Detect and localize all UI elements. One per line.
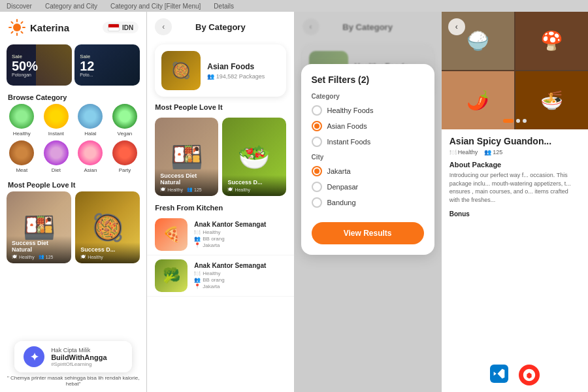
cat-halal-img — [78, 104, 103, 129]
cat-instant-img — [44, 104, 69, 129]
country-badge[interactable]: IDN — [103, 22, 139, 33]
banner-1-sub: Potongan — [12, 73, 38, 77]
fork-icon-2: 🍽️ — [80, 254, 86, 259]
svg-line-6 — [22, 32, 23, 33]
banner-sale-1[interactable]: Sale 50% Potongan — [7, 44, 72, 86]
s2-love-card-1[interactable]: 🍱 Success Diet Natural 🍽️ Healthy 👥 125 — [155, 118, 218, 196]
cat-meat-img — [9, 140, 34, 165]
cat-diet[interactable]: Diet — [41, 140, 72, 173]
view-results-button[interactable]: View Results — [312, 222, 424, 244]
cat-party[interactable]: Party — [110, 140, 140, 173]
people-icon-1: 👥 — [39, 254, 44, 259]
radio-denpasar[interactable] — [312, 182, 322, 192]
radio-denpasar-label: Denpasar — [327, 183, 359, 191]
cat-vegan[interactable]: Vegan — [110, 104, 140, 137]
radio-bandung[interactable] — [312, 197, 322, 208]
fresh-meta-1: 🍽️ Healthy 👥 BB orang 📍 Jakarta — [194, 229, 266, 248]
watermark-area: ✦ Hak Cipta Milik BuildWithAngga #Spirit… — [0, 341, 146, 387]
radio-healthy-label: Healthy Foods — [327, 106, 374, 114]
radio-instant-label: Instant Foods — [327, 138, 371, 146]
filter-sheet: Set Filters (2) Category Healthy Foods A… — [301, 64, 434, 255]
cat-asian[interactable]: Asian — [75, 140, 106, 173]
laravel-icon[interactable] — [519, 365, 540, 385]
cat-diet-img — [44, 140, 69, 165]
featured-info: Asian Foods 👥 194,582 Packages — [207, 62, 265, 80]
label-discover: Discover — [7, 3, 32, 10]
s2-love-count-1: 👥 125 — [187, 187, 202, 192]
radio-jakarta-label: Jakarta — [327, 167, 351, 175]
fresh-people-1: 👥 BB orang — [194, 236, 266, 242]
watermark-logo: ✦ — [24, 346, 44, 367]
cat-party-img — [112, 140, 137, 165]
banner-sale-2[interactable]: Sale 12 Poto... — [74, 44, 140, 86]
fresh-badge-text-1: Healthy — [203, 229, 220, 235]
s2-love-meta-2: 🍽️ Healthy — [227, 187, 280, 192]
radio-bandung-label: Bandung — [327, 199, 356, 206]
love-card-2[interactable]: 🥘 Success D... 🍽️ Healthy — [75, 191, 140, 263]
back-button-s4[interactable]: ‹ — [448, 18, 465, 35]
banner-2-text: Sale 12 Poto... — [80, 54, 94, 77]
radio-instant[interactable] — [312, 137, 322, 147]
s2-love-overlay-1: Success Diet Natural 🍽️ Healthy 👥 125 — [155, 169, 218, 196]
fresh-people-2: 👥 BB orang — [194, 277, 266, 283]
fresh-meta-2: 🍽️ Healthy 👥 BB orang 📍 Jakarta — [194, 270, 266, 289]
fresh-badge-1: 🍽️ Healthy — [194, 229, 266, 235]
radio-asian-fill — [314, 123, 319, 129]
featured-image: 🥘 — [161, 51, 201, 90]
product-name: Asian Spicy Guandon... — [449, 136, 580, 146]
people-icon-s2-1: 👥 — [187, 187, 193, 192]
fresh-loc-icon-2: 📍 — [194, 284, 201, 289]
back-button-s2[interactable]: ‹ — [155, 18, 172, 35]
fresh-img-1: 🍕 — [155, 218, 188, 251]
featured-people-row: 👥 194,582 Packages — [207, 73, 265, 80]
details-content: 🍚 🍄 🌶️ 🍜 ‹ Asian Spicy Guandon... 🍽️ Hea… — [442, 12, 588, 392]
fresh-loc-text-1: Jakarta — [203, 242, 220, 248]
cat-healthy-img — [9, 104, 34, 129]
fork-icon: 🍽️ — [12, 254, 18, 259]
s2-love-meta-1: 🍽️ Healthy 👥 125 — [160, 187, 213, 192]
s2-love-badge-text-1: Healthy — [167, 188, 183, 192]
about-text: Introducing our perfect way f... occasio… — [449, 171, 580, 204]
cat-halal[interactable]: Halal — [75, 104, 106, 137]
most-love-title-s2: Most People Love It — [147, 99, 293, 114]
details-body: Asian Spicy Guandon... 🍽️ Healthy 👥 125 … — [442, 129, 588, 224]
s2-love-card-2[interactable]: 🥗 Success D... 🍽️ Healthy — [222, 118, 286, 196]
sun-icon — [8, 18, 26, 37]
watermark-tag: #SpiritOfLearning — [51, 361, 106, 367]
cat-instant[interactable]: Instant — [41, 104, 72, 137]
s2-love-grid: 🍱 Success Diet Natural 🍽️ Healthy 👥 125 — [147, 114, 293, 200]
filter-option-denpasar[interactable]: Denpasar — [312, 182, 424, 192]
radio-jakarta[interactable] — [312, 166, 322, 176]
filter-option-bandung[interactable]: Bandung — [312, 197, 424, 208]
label-details: Details — [214, 3, 234, 10]
love-card-2-title: Success D... — [80, 246, 135, 253]
vscode-icon[interactable] — [490, 365, 508, 383]
fork-icon-s2-2: 🍽️ — [227, 187, 233, 192]
bonus-section: Bonus — [449, 210, 580, 218]
filter-option-healthy[interactable]: Healthy Foods — [312, 105, 424, 116]
filter-option-asian[interactable]: Asian Foods — [312, 121, 424, 131]
filter-option-jakarta[interactable]: Jakarta — [312, 166, 424, 176]
radio-asian[interactable] — [312, 121, 322, 131]
fresh-kitchen-title: Fresh From Kitchen — [147, 200, 293, 214]
cat-healthy[interactable]: Healthy — [7, 104, 37, 137]
fresh-item-1[interactable]: 🍕 Anak Kantor Semangat 🍽️ Healthy 👥 BB o… — [147, 214, 293, 255]
category-title: By Category — [177, 22, 263, 32]
radio-asian-label: Asian Foods — [327, 122, 367, 130]
hero-dots — [442, 116, 588, 125]
love-card-1[interactable]: 🍱 Success Diet Natural 🍽️ Healthy 👥 125 — [7, 191, 71, 263]
fresh-badge-text-2: Healthy — [203, 270, 220, 276]
app-logo: Katerina — [8, 18, 69, 37]
featured-card[interactable]: 🥘 Asian Foods 👥 194,582 Packages — [155, 44, 286, 97]
browse-category-title: Browse Category — [0, 90, 146, 104]
banner-area: Sale 50% Potongan Sale 12 Poto... — [0, 41, 146, 90]
fresh-item-2[interactable]: 🥦 Anak Kantor Semangat 🍽️ Healthy 👥 BB o… — [147, 255, 293, 297]
filter-option-instant[interactable]: Instant Foods — [312, 137, 424, 147]
cat-asian-label: Asian — [84, 167, 97, 173]
people-icon-featured: 👥 — [207, 73, 216, 80]
fresh-loc-1: 📍 Jakarta — [194, 242, 266, 248]
screen-category: ‹ By Category 🥘 Asian Foods 👥 194,582 Pa… — [147, 12, 294, 392]
radio-healthy[interactable] — [312, 105, 322, 116]
screens-container: Katerina IDN Sale 50% Potongan — [0, 12, 588, 392]
cat-meat[interactable]: Meat — [7, 140, 37, 173]
